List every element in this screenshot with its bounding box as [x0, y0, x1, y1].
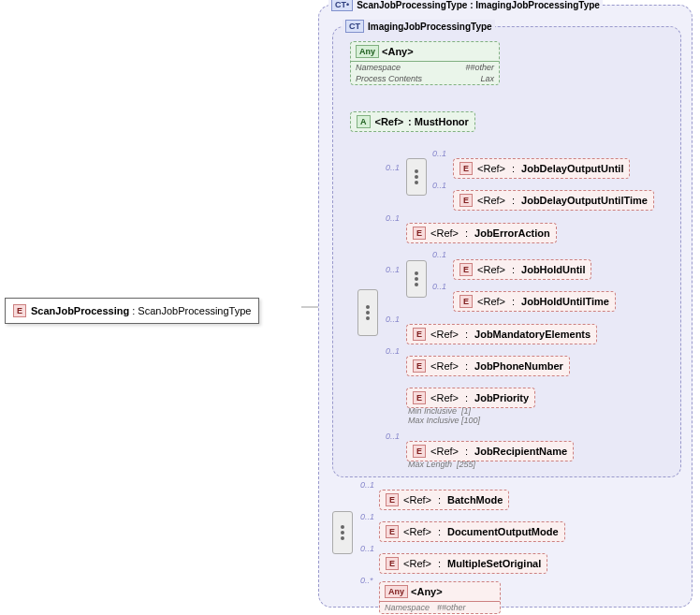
- occurrence: 0..1: [432, 250, 446, 259]
- ref-jobmandatoryelements[interactable]: E <Ref>:JobMandatoryElements: [406, 324, 597, 344]
- occurrence: 0..1: [386, 213, 400, 223]
- occurrence: 0..1: [360, 512, 374, 521]
- any-wildcard-pink[interactable]: Any <Any> Namespace##other: [379, 581, 501, 614]
- any-badge: Any: [356, 45, 379, 58]
- any-badge: Any: [385, 585, 408, 598]
- occurrence: 0..1: [432, 149, 446, 158]
- ref-jobdelayoutputuntil[interactable]: E <Ref>:JobDelayOutputUntil: [453, 158, 630, 179]
- complex-type-badge: CT: [345, 20, 364, 33]
- element-badge: E: [413, 328, 426, 341]
- outer-complex-type: CT• ScanJobProcessingType : ImagingJobPr…: [318, 5, 693, 608]
- element-badge: E: [386, 525, 399, 538]
- musthonor-attribute[interactable]: A <Ref> : MustHonor: [350, 111, 475, 132]
- constraint-min-inclusive: Min Inclusive [1]: [408, 406, 471, 416]
- occurrence: 0..1: [386, 265, 400, 274]
- sequence-compositor: [406, 158, 427, 196]
- ref-documentoutputmode[interactable]: E <Ref>:DocumentOutputMode: [379, 521, 565, 542]
- inner-ct-header: CT ImagingJobProcessingType: [343, 20, 495, 33]
- outer-ct-header: CT• ScanJobProcessingType : ImagingJobPr…: [328, 0, 603, 11]
- element-badge: E: [386, 493, 399, 506]
- occurrence: 0..1: [432, 181, 446, 190]
- occurrence: 0..*: [360, 576, 373, 585]
- occurrence: 0..1: [386, 163, 400, 172]
- ref-jobdelayoutputuntiltime[interactable]: E <Ref>:JobDelayOutputUntilTime: [453, 190, 654, 211]
- occurrence: 0..1: [432, 282, 446, 291]
- element-badge: E: [386, 557, 399, 570]
- element-badge: E: [413, 391, 426, 404]
- ref-jobphonenumber[interactable]: E <Ref>:JobPhoneNumber: [406, 356, 570, 376]
- constraint-max-length: Max Length [255]: [408, 460, 475, 469]
- occurrence: 0..1: [386, 432, 400, 441]
- occurrence: 0..1: [386, 315, 400, 324]
- ref-jobholduntiltime[interactable]: E <Ref>:JobHoldUntilTime: [453, 291, 616, 312]
- ref-jobrecipientname[interactable]: E <Ref>:JobRecipientName: [406, 441, 574, 461]
- element-badge: E: [459, 263, 473, 276]
- root-element-label: ScanJobProcessing : ScanJobProcessingTyp…: [31, 305, 251, 316]
- sequence-compositor: [332, 511, 353, 554]
- element-badge: E: [413, 227, 426, 240]
- occurrence: 0..1: [386, 346, 400, 356]
- root-element[interactable]: E ScanJobProcessing : ScanJobProcessingT…: [5, 298, 259, 324]
- ref-batchmode[interactable]: E <Ref>:BatchMode: [379, 490, 509, 510]
- sequence-compositor: [357, 289, 378, 336]
- ref-jobpriority[interactable]: E <Ref>:JobPriority: [406, 388, 535, 408]
- ref-joberroraction[interactable]: E <Ref>:JobErrorAction: [406, 223, 557, 243]
- element-badge: E: [459, 162, 473, 175]
- element-badge: E: [413, 445, 426, 458]
- complex-type-badge: CT•: [331, 0, 353, 11]
- constraint-max-inclusive: Max Inclusive [100]: [408, 416, 480, 425]
- inner-complex-type: CT ImagingJobProcessingType Any <Any> Na…: [332, 26, 681, 477]
- attribute-badge: A: [357, 115, 371, 128]
- sequence-compositor: [406, 260, 427, 298]
- ref-multiplesetoriginal[interactable]: E <Ref>:MultipleSetOriginal: [379, 553, 547, 574]
- any-wildcard[interactable]: Any <Any> Namespace##other Process Conte…: [350, 41, 500, 85]
- element-badge: E: [459, 295, 473, 308]
- element-badge: E: [13, 304, 26, 317]
- element-badge: E: [459, 194, 473, 207]
- occurrence: 0..1: [360, 480, 374, 490]
- occurrence: 0..1: [360, 544, 374, 553]
- element-badge: E: [413, 359, 426, 373]
- ref-jobholduntil[interactable]: E <Ref>:JobHoldUntil: [453, 259, 591, 280]
